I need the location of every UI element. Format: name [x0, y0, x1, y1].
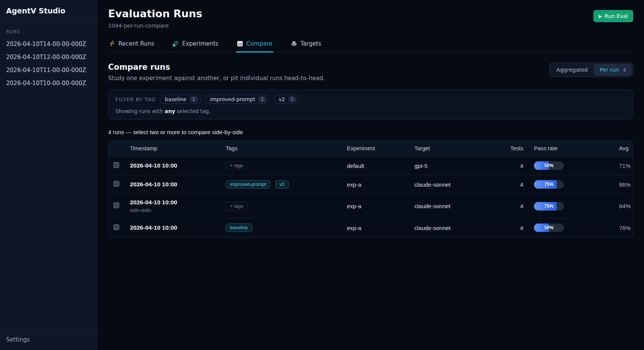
- filter-tag-label: v2: [279, 96, 285, 102]
- filter-by-tag-card: FILTER BY TAG baseline 1 improved-prompt…: [108, 89, 633, 120]
- tab-label: Experiments: [182, 40, 218, 47]
- toggle-aggregated[interactable]: Aggregated: [551, 64, 593, 75]
- row-checkbox[interactable]: [113, 224, 119, 230]
- bar-chart-icon: [237, 41, 243, 47]
- tab-bar: Recent Runs Experiments Compare: [108, 37, 633, 53]
- table-row: 2026-04-10 10:00 improved-prompt v2 exp-…: [108, 175, 633, 194]
- sidebar-run-item[interactable]: 2026-04-10T12-00-00-000Z: [0, 51, 97, 64]
- settings-link[interactable]: Settings: [6, 336, 91, 343]
- run-experiment: exp-a: [347, 203, 414, 209]
- toggle-aggregated-label: Aggregated: [557, 67, 588, 73]
- filter-tag-count: 1: [190, 96, 198, 102]
- view-mode-toggle: Aggregated Per run 4: [549, 62, 633, 77]
- pass-rate-label: 50%: [534, 223, 564, 232]
- pass-rate-bar: 50%: [534, 223, 564, 232]
- row-checkbox[interactable]: [113, 202, 119, 208]
- run-tag[interactable]: baseline: [226, 223, 252, 232]
- page-title: Evaluation Runs: [108, 8, 202, 20]
- pass-rate-label: 75%: [534, 202, 564, 210]
- filter-tag-improved-prompt[interactable]: improved-prompt 1: [205, 95, 269, 104]
- run-timestamp: 2026-04-10 10:00: [130, 199, 226, 206]
- filter-tag-label: improved-prompt: [210, 96, 255, 102]
- sidebar-run-item[interactable]: 2026-04-10T10-00-00-000Z: [0, 77, 97, 90]
- run-target: claude-sonnet: [414, 203, 491, 209]
- run-timestamp: 2026-04-10 10:00: [130, 162, 226, 169]
- pass-rate-bar: 50%: [534, 161, 564, 170]
- per-run-count-badge: 4: [623, 67, 626, 73]
- table-row: 2026-04-10 10:00 baseline exp-a claude-s…: [108, 218, 633, 237]
- col-tags: Tags: [226, 145, 347, 151]
- col-experiment: Experiment: [347, 145, 414, 151]
- run-experiment: exp-a: [347, 181, 414, 188]
- robot-icon: [291, 41, 297, 47]
- tab-label: Targets: [301, 40, 321, 47]
- row-checkbox[interactable]: [113, 181, 119, 187]
- run-experiment: default: [347, 163, 414, 169]
- tab-compare[interactable]: Compare: [236, 37, 273, 53]
- compare-heading: Compare runs: [108, 62, 325, 72]
- page-subtitle: 1044-per-run-compare: [108, 23, 202, 29]
- run-tests: 4: [491, 163, 523, 169]
- tab-label: Recent Runs: [118, 40, 154, 47]
- row-checkbox[interactable]: [113, 162, 119, 168]
- filter-tag-baseline[interactable]: baseline 1: [160, 95, 201, 104]
- run-timestamp: 2026-04-10 10:00: [130, 224, 226, 231]
- main-content: Evaluation Runs 1044-per-run-compare ▶ R…: [97, 0, 644, 350]
- filter-tag-count: 1: [288, 96, 296, 102]
- sidebar-footer: Settings: [0, 330, 97, 350]
- pass-rate-bar: 75%: [534, 202, 564, 210]
- compare-section-header: Compare runs Study one experiment agains…: [108, 62, 633, 82]
- filter-label: FILTER BY TAG: [115, 97, 156, 102]
- col-timestamp: Timestamp: [130, 145, 226, 151]
- run-tests: 4: [491, 203, 523, 209]
- add-tags-button[interactable]: + tags: [226, 161, 247, 170]
- tab-targets[interactable]: Targets: [290, 37, 322, 53]
- toggle-per-run-label: Per run: [600, 67, 619, 73]
- sidebar: AgentV Studio RUNS 2026-04-10T14-00-00-0…: [0, 0, 97, 350]
- table-row: 2026-04-10 10:00 + tags default gpt-5 4 …: [108, 156, 633, 175]
- filter-hint: Showing runs with any selected tag.: [115, 108, 626, 114]
- run-tag[interactable]: v2: [275, 180, 289, 189]
- test-tube-icon: [172, 41, 179, 47]
- play-icon: ▶: [599, 14, 602, 18]
- run-avg: 71%: [619, 163, 633, 169]
- sidebar-section-label: RUNS: [6, 29, 91, 35]
- filter-tag-v2[interactable]: v2 1: [274, 95, 299, 104]
- tab-label: Compare: [246, 40, 273, 47]
- col-tests: Tests: [491, 145, 523, 151]
- sidebar-run-item[interactable]: 2026-04-10T11-00-00-000Z: [0, 64, 97, 77]
- run-experiment: exp-a: [347, 225, 414, 231]
- compare-description: Study one experiment against another, or…: [108, 75, 325, 82]
- run-target: gpt-5: [414, 163, 491, 169]
- page-header: Evaluation Runs 1044-per-run-compare ▶ R…: [108, 8, 633, 29]
- run-subtitle: with-skills: [130, 207, 226, 213]
- run-eval-label: Run Eval: [605, 13, 628, 19]
- tab-recent-runs[interactable]: Recent Runs: [108, 37, 155, 53]
- runs-summary: 4 runs — select two or more to compare s…: [108, 129, 633, 135]
- add-tags-button[interactable]: + tags: [226, 202, 247, 210]
- table-header-row: Timestamp Tags Experiment Target Tests P…: [108, 141, 633, 156]
- run-timestamp: 2026-04-10 10:00: [130, 181, 226, 188]
- col-avg: Avg: [619, 145, 633, 151]
- run-tests: 4: [491, 181, 523, 188]
- filter-tag-label: baseline: [165, 96, 187, 102]
- runs-table: Timestamp Tags Experiment Target Tests P…: [108, 140, 633, 237]
- run-eval-button[interactable]: ▶ Run Eval: [593, 10, 633, 22]
- run-avg: 86%: [619, 181, 633, 188]
- filter-tag-count: 1: [258, 96, 266, 102]
- table-row: 2026-04-10 10:00 with-skills + tags exp-…: [108, 194, 633, 218]
- run-avg: 76%: [619, 225, 633, 231]
- pass-rate-bar: 75%: [534, 180, 564, 189]
- run-target: claude-sonnet: [414, 225, 491, 231]
- col-target: Target: [414, 145, 491, 151]
- col-pass-rate: Pass rate: [523, 145, 619, 151]
- run-target: claude-sonnet: [414, 181, 491, 188]
- sidebar-run-item[interactable]: 2026-04-10T14-00-00-000Z: [0, 38, 97, 51]
- app-brand: AgentV Studio: [0, 0, 97, 21]
- toggle-per-run[interactable]: Per run 4: [594, 64, 631, 75]
- run-tag[interactable]: improved-prompt: [226, 180, 270, 189]
- runner-icon: [109, 41, 115, 47]
- pass-rate-label: 50%: [534, 161, 564, 170]
- run-avg: 84%: [619, 203, 633, 209]
- tab-experiments[interactable]: Experiments: [172, 37, 219, 53]
